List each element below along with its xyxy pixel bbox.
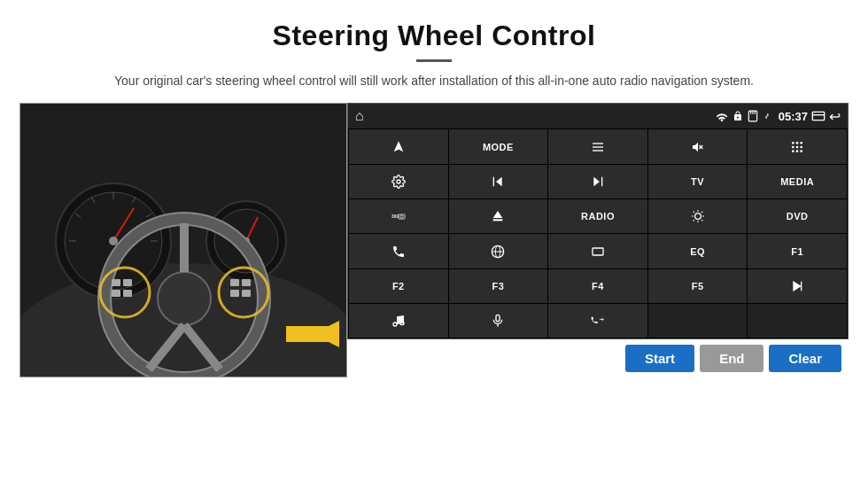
svg-point-80 <box>393 323 397 326</box>
svg-rect-42 <box>593 146 603 147</box>
f1-button[interactable]: F1 <box>748 234 847 268</box>
svg-point-52 <box>792 150 794 152</box>
dvd-button[interactable]: DVD <box>748 199 847 233</box>
wifi-icon <box>715 110 729 122</box>
list-button[interactable] <box>548 129 647 163</box>
subtitle: Your original car's steering wheel contr… <box>0 71 868 90</box>
empty-button-1 <box>648 304 748 338</box>
button-grid: MODE TV <box>348 128 848 338</box>
svg-rect-29 <box>230 279 239 286</box>
playpause-button[interactable] <box>748 269 847 303</box>
svg-rect-64 <box>493 220 503 222</box>
end-button[interactable]: End <box>700 345 763 372</box>
radio-panel-wrapper: ⌂ <box>347 103 849 377</box>
next-button[interactable] <box>548 165 647 198</box>
svg-rect-82 <box>496 315 500 322</box>
mute-button[interactable] <box>648 129 748 163</box>
svg-point-50 <box>796 145 799 148</box>
svg-rect-26 <box>123 279 132 286</box>
svg-point-47 <box>796 142 799 144</box>
f4-button[interactable]: F4 <box>548 269 647 303</box>
bluetooth-icon <box>763 110 771 122</box>
svg-point-51 <box>801 145 803 148</box>
svg-rect-32 <box>242 290 251 297</box>
content-area: ⌂ <box>19 103 849 377</box>
clear-button[interactable]: Clear <box>769 345 841 372</box>
svg-marker-58 <box>593 177 600 187</box>
window-icon <box>811 111 825 121</box>
svg-point-49 <box>792 145 794 148</box>
media-button[interactable]: MEDIA <box>748 165 847 198</box>
svg-text:360: 360 <box>391 214 399 219</box>
eq-button[interactable]: EQ <box>648 234 748 268</box>
browser-button[interactable] <box>449 234 548 268</box>
tel-button[interactable] <box>548 304 647 338</box>
svg-rect-34 <box>286 326 339 342</box>
svg-marker-56 <box>496 177 502 187</box>
svg-rect-27 <box>112 290 120 297</box>
bottom-bar: Start End Clear <box>347 339 849 377</box>
radio-button[interactable]: RADIO <box>548 199 647 233</box>
svg-rect-77 <box>593 248 603 255</box>
sd-icon <box>747 110 759 122</box>
status-bar: ⌂ <box>348 104 848 128</box>
status-time: 05:37 <box>779 110 808 123</box>
page-title: Steering Wheel Control <box>0 0 868 52</box>
status-icons: 05:37 ↩ <box>715 108 841 125</box>
svg-point-48 <box>801 142 803 144</box>
svg-marker-78 <box>794 281 802 292</box>
apps-button[interactable] <box>748 129 847 163</box>
home-icon[interactable]: ⌂ <box>355 108 364 124</box>
f2-button[interactable]: F2 <box>349 269 448 303</box>
radio-panel: ⌂ <box>347 103 849 339</box>
music-button[interactable] <box>349 304 448 338</box>
svg-point-54 <box>801 150 803 152</box>
tv-button[interactable]: TV <box>648 165 748 198</box>
svg-line-73 <box>693 220 694 221</box>
eject-button[interactable] <box>449 199 548 233</box>
svg-point-65 <box>694 214 701 220</box>
svg-rect-41 <box>593 143 603 144</box>
svg-line-71 <box>701 220 702 221</box>
settings-button[interactable] <box>349 165 448 198</box>
svg-point-62 <box>400 215 403 218</box>
svg-point-12 <box>109 237 118 245</box>
svg-marker-63 <box>493 211 503 218</box>
svg-point-53 <box>796 150 799 152</box>
svg-point-55 <box>397 180 400 183</box>
empty-button-2 <box>748 304 847 338</box>
mic-button[interactable] <box>449 304 548 338</box>
f5-button[interactable]: F5 <box>648 269 748 303</box>
mode-button[interactable]: MODE <box>449 129 548 163</box>
prev-button[interactable] <box>449 165 548 198</box>
svg-rect-30 <box>242 279 251 286</box>
phone-button[interactable] <box>349 234 448 268</box>
title-divider <box>416 59 452 62</box>
rect-button[interactable] <box>548 234 647 268</box>
f3-button[interactable]: F3 <box>449 269 548 303</box>
back-icon[interactable]: ↩ <box>829 108 841 125</box>
svg-rect-31 <box>230 290 239 297</box>
svg-rect-39 <box>812 113 824 120</box>
svg-line-70 <box>693 212 694 213</box>
brightness-button[interactable] <box>648 199 748 233</box>
svg-rect-25 <box>112 279 120 286</box>
svg-line-72 <box>701 212 702 213</box>
svg-point-46 <box>792 142 794 144</box>
cam360-button[interactable]: 360 <box>349 199 448 233</box>
start-button[interactable]: Start <box>625 345 694 372</box>
nav-button[interactable] <box>349 129 448 163</box>
svg-rect-43 <box>593 150 603 151</box>
steering-wheel-image <box>19 103 347 377</box>
lock-icon <box>732 110 743 122</box>
svg-point-19 <box>158 272 211 325</box>
svg-rect-28 <box>123 290 132 297</box>
